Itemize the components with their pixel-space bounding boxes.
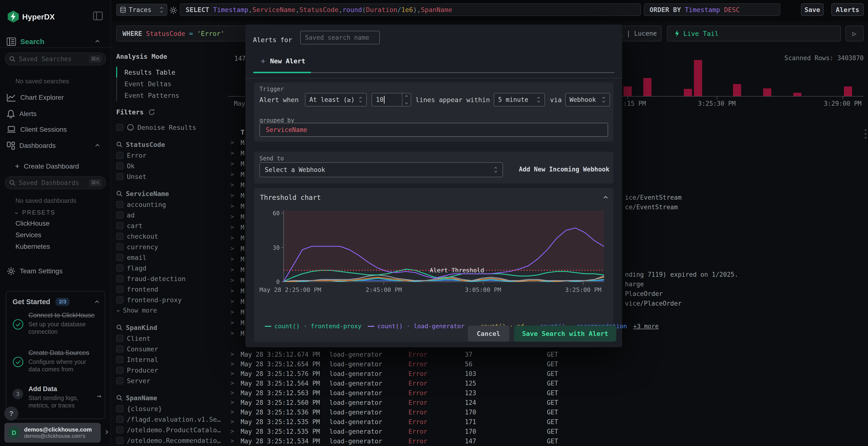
filter-option[interactable]: ad xyxy=(116,210,229,220)
checkbox[interactable] xyxy=(116,335,123,342)
checkbox[interactable] xyxy=(116,405,123,412)
alerts-button[interactable]: Alerts xyxy=(831,3,864,16)
checkbox[interactable] xyxy=(116,162,123,170)
filter-option[interactable]: {closure} xyxy=(116,403,229,414)
table-scrollbar[interactable] xyxy=(865,129,867,139)
filter-option[interactable]: Ok xyxy=(116,161,229,171)
table-row[interactable]: >May 28 3:25:12.564 PMload-generatorErro… xyxy=(228,379,868,388)
save-search-with-alert-button[interactable]: Save Search with Alert xyxy=(514,325,616,341)
get-started-step[interactable]: 3Add DataStart sending logs, metrics, or… xyxy=(12,385,99,409)
table-row[interactable]: >May 28 3:25:12.535 PMload-generatorErro… xyxy=(228,417,868,427)
user-menu[interactable]: D demos@clickhouse.com demos@clickhouse.… xyxy=(4,423,101,443)
checkbox[interactable] xyxy=(116,124,123,131)
checkbox[interactable] xyxy=(116,416,123,423)
checkbox[interactable] xyxy=(116,173,123,180)
checkbox[interactable] xyxy=(116,345,123,352)
help-button[interactable]: ? xyxy=(4,407,18,420)
webhook-select[interactable]: Select a Webhook xyxy=(259,162,503,177)
filter-option[interactable]: Error xyxy=(116,150,229,161)
sidebar-item-dashboards[interactable]: Dashboards xyxy=(7,142,56,150)
analysis-mode-event-deltas[interactable]: Event Deltas xyxy=(117,78,229,90)
channel-select[interactable]: Webhook xyxy=(565,93,610,106)
checkbox[interactable] xyxy=(116,265,123,272)
checkbox[interactable] xyxy=(116,275,123,282)
source-select[interactable]: Traces xyxy=(116,4,167,16)
table-row[interactable]: >May 28 3:25:12.576 PMload-generatorErro… xyxy=(228,369,868,379)
sidebar-item-alerts[interactable]: Alerts xyxy=(7,110,37,118)
checkbox[interactable] xyxy=(116,426,123,434)
sidebar-item-client-sessions[interactable]: Client Sessions xyxy=(7,126,67,133)
filter-option[interactable]: Internal xyxy=(116,354,229,365)
filter-option[interactable]: Server xyxy=(116,375,229,386)
filter-option[interactable]: Producer xyxy=(116,365,229,375)
time-window-select[interactable]: 5 minute xyxy=(494,93,545,106)
save-button[interactable]: Save xyxy=(801,3,824,16)
checkbox[interactable] xyxy=(116,211,123,219)
grouped-by-input[interactable]: ServiceName xyxy=(259,123,608,137)
table-row[interactable]: >May 28 3:25:12.560 PMload-generatorErro… xyxy=(228,398,868,408)
sidebar-item-search[interactable]: Search xyxy=(7,38,44,46)
filter-option[interactable]: /flagd.evaluation.v1.Se… xyxy=(116,414,229,424)
add-new-webhook-link[interactable]: Add New Incoming Webhook xyxy=(519,166,610,173)
preset-clickhouse[interactable]: ClickHouse xyxy=(16,219,50,227)
checkbox[interactable] xyxy=(116,222,123,229)
checkbox[interactable] xyxy=(116,367,123,374)
table-row[interactable]: >May 28 3:25:12.674 PMload-generatorErro… xyxy=(228,350,868,359)
tab-new-alert[interactable]: + New Alert xyxy=(261,57,305,65)
presets-toggle[interactable]: PRESETS xyxy=(16,209,56,216)
checkbox[interactable] xyxy=(116,233,123,240)
get-started-step[interactable]: Connect to ClickHouseSet up your databas… xyxy=(12,312,99,336)
order-by-input[interactable]: ORDER BY Timestamp DESC xyxy=(644,3,780,16)
filter-option[interactable]: checkout xyxy=(116,231,229,242)
table-row[interactable]: >May 28 3:25:12.535 PMload-generatorErro… xyxy=(228,427,868,436)
denoise-results-option[interactable]: Denoise Results xyxy=(116,122,229,133)
sidebar-item-team-settings[interactable]: Team Settings xyxy=(7,267,62,275)
get-started-collapse-chevron-icon[interactable] xyxy=(95,301,99,305)
arrow-right-icon[interactable]: → xyxy=(97,391,101,400)
filter-option[interactable]: /oteldemo.Recommendatio… xyxy=(116,435,229,446)
checkbox[interactable] xyxy=(116,286,123,293)
checkbox[interactable] xyxy=(116,243,123,250)
table-row[interactable]: >May 28 3:25:12.654 PMload-generatorErro… xyxy=(228,359,868,369)
saved-searches-input[interactable]: Saved Searches ⌘K xyxy=(5,53,106,66)
dashboards-collapse-chevron-icon[interactable] xyxy=(95,144,100,148)
table-row[interactable]: >May 28 3:25:12.536 PMload-generatorErro… xyxy=(228,408,868,417)
analysis-mode-event-patterns[interactable]: Event Patterns xyxy=(117,90,229,101)
run-query-button[interactable]: ▷ xyxy=(845,26,864,41)
preset-kubernetes[interactable]: Kubernetes xyxy=(16,243,50,250)
show-more-button[interactable]: Show more xyxy=(116,305,229,316)
filter-option[interactable]: accounting xyxy=(116,199,229,210)
sidebar-item-chart-explorer[interactable]: Chart Explorer xyxy=(7,94,64,102)
filter-option[interactable]: frontend xyxy=(116,284,229,295)
saved-dashboards-input[interactable]: Saved Dashboards ⌘K xyxy=(5,176,106,189)
analysis-mode-results-table[interactable]: Results Table xyxy=(117,66,229,78)
checkbox[interactable] xyxy=(116,356,123,363)
number-stepper[interactable] xyxy=(402,94,411,106)
checkbox[interactable] xyxy=(116,254,123,261)
filter-option[interactable]: /oteldemo.ProductCatalo… xyxy=(116,424,229,435)
refresh-icon[interactable] xyxy=(148,109,155,116)
threshold-value-input[interactable]: 10 xyxy=(372,93,411,106)
get-started-step[interactable]: Create Data SourcesConfigure where your … xyxy=(12,349,99,373)
filter-option[interactable]: email xyxy=(116,252,229,263)
condition-select[interactable]: At least (≥) xyxy=(305,93,367,106)
user-menu-chevron-icon[interactable] xyxy=(104,430,108,434)
filter-option[interactable]: Client xyxy=(116,333,229,344)
checkbox[interactable] xyxy=(116,152,123,159)
live-tail-button[interactable]: Live Tail xyxy=(667,26,841,41)
filter-option[interactable]: Unset xyxy=(116,171,229,182)
filter-option[interactable]: currency xyxy=(116,242,229,252)
checkbox[interactable] xyxy=(116,296,123,303)
sql-select-input[interactable]: SELECT Timestamp,ServiceName,StatusCode,… xyxy=(180,3,641,16)
table-row[interactable]: >May 28 3:25:12.563 PMload-generatorErro… xyxy=(228,388,868,398)
filter-option[interactable]: fraud-detection xyxy=(116,273,229,284)
query-settings-gear-icon[interactable] xyxy=(169,6,178,14)
create-dashboard-button[interactable]: + Create Dashboard xyxy=(15,162,79,171)
search-collapse-chevron-icon[interactable] xyxy=(95,40,100,44)
saved-search-name-input[interactable]: Saved search name xyxy=(300,31,380,44)
filter-option[interactable]: cart xyxy=(116,220,229,231)
checkbox[interactable] xyxy=(116,437,123,444)
checkbox[interactable] xyxy=(116,377,123,384)
checkbox[interactable] xyxy=(116,201,123,208)
cancel-button[interactable]: Cancel xyxy=(468,325,509,341)
